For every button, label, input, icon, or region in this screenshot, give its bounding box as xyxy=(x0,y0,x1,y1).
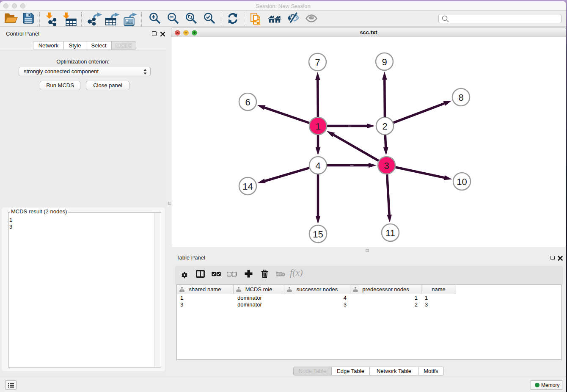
svg-text:2: 2 xyxy=(382,121,387,132)
svg-text:10: 10 xyxy=(457,177,467,187)
svg-text:9: 9 xyxy=(382,57,387,67)
svg-text:4: 4 xyxy=(315,160,320,171)
svg-text:3: 3 xyxy=(384,160,389,171)
svg-text:1: 1 xyxy=(315,121,320,132)
svg-text:6: 6 xyxy=(245,97,250,108)
svg-text:11: 11 xyxy=(385,228,395,238)
svg-text:14: 14 xyxy=(242,181,253,192)
svg-text:7: 7 xyxy=(315,57,320,68)
svg-text:15: 15 xyxy=(313,229,323,240)
svg-text:8: 8 xyxy=(458,92,463,103)
